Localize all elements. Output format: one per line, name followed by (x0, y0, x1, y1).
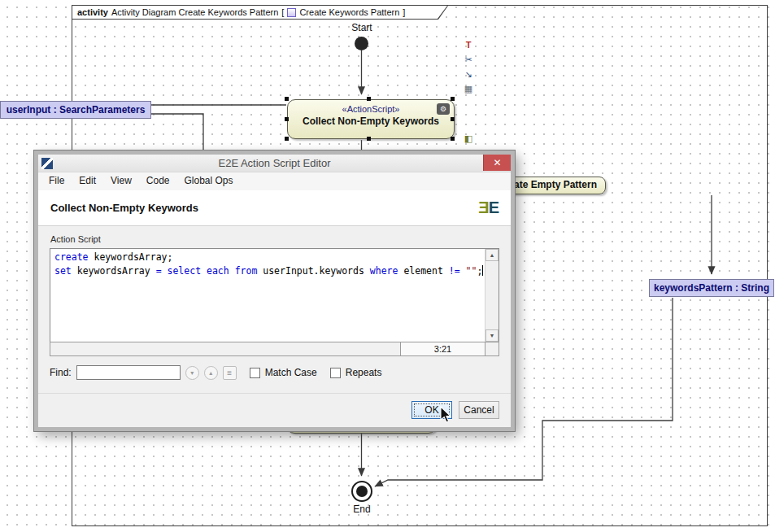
find-list-icon[interactable]: ≡ (223, 366, 237, 380)
selection-handle[interactable] (451, 97, 455, 101)
object-node-keywordspattern[interactable]: keywordsPattern : String (649, 279, 774, 297)
dialog-body: Action Script create keywordsArray;set k… (38, 234, 511, 419)
frame-bracket-open: [ (281, 7, 284, 17)
code-editor[interactable]: create keywordsArray;set keywordsArray =… (50, 249, 485, 342)
initial-node[interactable] (355, 37, 368, 50)
frame-bracket-close: ] (403, 7, 405, 17)
dialog-header: Collect Non-Empty Keywords ƎE (38, 190, 511, 226)
activity-final-inner (356, 486, 368, 497)
find-next-icon[interactable]: ▾ (185, 366, 199, 380)
menu-bar: File Edit View Code Global Ops (38, 172, 511, 190)
grid-tool-icon[interactable]: ▦ (462, 83, 475, 95)
diagram-frame-header[interactable]: activity Activity Diagram Create Keyword… (72, 6, 448, 20)
menu-file[interactable]: File (41, 172, 72, 190)
smart-manipulator-toolbar: T ✂ ↘ ▦ ◧ ⚑ (460, 39, 477, 159)
selection-handle[interactable] (285, 137, 289, 141)
edited-action-name: Collect Non-Empty Keywords (50, 202, 198, 214)
frame-keyword: activity (77, 7, 108, 17)
diagram-icon (287, 8, 296, 17)
cursor-position: 3:21 (400, 342, 485, 356)
text-tool-icon[interactable]: T (462, 39, 475, 51)
match-case-checkbox[interactable] (250, 368, 260, 378)
cancel-button[interactable]: Cancel (459, 401, 499, 419)
menu-code[interactable]: Code (139, 172, 177, 190)
editor-label: Action Script (50, 234, 499, 246)
selection-handle[interactable] (451, 137, 455, 141)
menu-edit[interactable]: Edit (72, 172, 103, 190)
horizontal-scrollbar[interactable] (50, 342, 401, 356)
status-corner (485, 342, 499, 356)
close-icon: ✕ (493, 157, 501, 168)
selection-handle[interactable] (451, 117, 455, 121)
object-node-userinput[interactable]: userInput : SearchParameters (0, 101, 151, 119)
repeats-label: Repeats (346, 367, 382, 378)
actionscript-badge-icon[interactable]: ⚙ (437, 103, 450, 115)
close-button[interactable]: ✕ (483, 155, 511, 171)
find-input[interactable] (76, 365, 181, 380)
end-label: End (346, 504, 378, 515)
action-node-collect[interactable]: «ActionScript» Collect Non-Empty Keyword… (287, 99, 455, 139)
action-script-editor-dialog: E2E Action Script Editor ✕ File Edit Vie… (34, 150, 515, 431)
vertical-scrollbar[interactable]: ▲ ▼ (485, 249, 499, 342)
canvas: activity Activity Diagram Create Keyword… (0, 0, 775, 532)
start-label: Start (342, 22, 382, 33)
find-label: Find: (50, 367, 72, 378)
selection-handle[interactable] (285, 97, 289, 101)
editor-status-row: 3:21 (50, 342, 499, 356)
menu-view[interactable]: View (103, 172, 139, 190)
dialog-title: E2E Action Script Editor (38, 157, 511, 169)
e2e-logo: ƎE (478, 198, 499, 217)
menu-global-ops[interactable]: Global Ops (177, 172, 241, 190)
repeats-checkbox[interactable] (330, 368, 341, 378)
frame-name: Activity Diagram Create Keywords Pattern (111, 7, 278, 17)
activity-final-node[interactable] (351, 481, 372, 502)
selection-handle[interactable] (285, 117, 289, 121)
dialog-titlebar[interactable]: E2E Action Script Editor ✕ (38, 155, 511, 172)
match-case-label: Match Case (265, 367, 317, 378)
action-stereotype: «ActionScript» (288, 104, 454, 114)
scroll-down-icon[interactable]: ▼ (485, 329, 499, 342)
scroll-up-icon[interactable]: ▲ (485, 249, 499, 261)
cut-tool-icon[interactable]: ✂ (462, 54, 475, 66)
selection-handle[interactable] (367, 137, 371, 141)
e2e-logo-right: E (489, 198, 499, 216)
find-prev-icon[interactable]: ▴ (204, 366, 218, 380)
e2e-logo-left: Ǝ (478, 198, 488, 216)
selection-handle[interactable] (367, 97, 371, 101)
mouse-cursor (440, 406, 455, 425)
action-name: Collect Non-Empty Keywords (288, 116, 454, 127)
arrow-tool-icon[interactable]: ↘ (462, 68, 475, 81)
dialog-app-icon (41, 158, 53, 169)
find-bar: Find: ▾ ▴ ≡ Match Case Repeats (50, 363, 499, 382)
code-editor-frame: create keywordsArray;set keywordsArray =… (50, 248, 499, 342)
panel-tool-icon[interactable]: ◧ (462, 133, 475, 145)
frame-diagram-ref: Create Keywords Pattern (299, 7, 399, 17)
